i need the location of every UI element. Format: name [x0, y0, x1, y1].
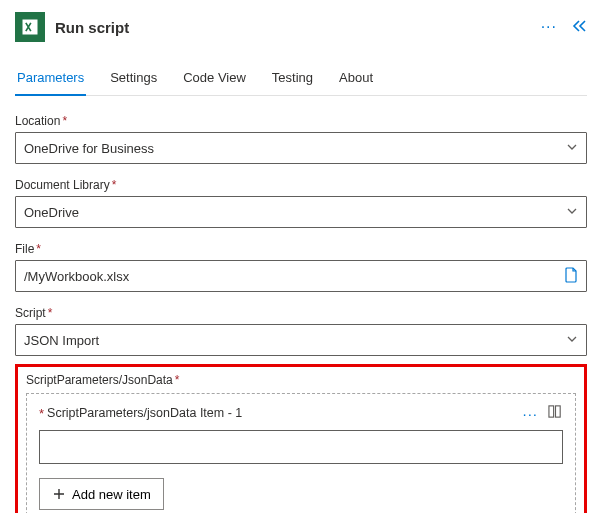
json-item-input[interactable]: [39, 430, 563, 464]
chevron-down-icon: [566, 333, 578, 348]
json-item-label: ScriptParameters/jsonData Item - 1: [47, 406, 242, 420]
location-value: OneDrive for Business: [24, 141, 566, 156]
svg-rect-2: [556, 406, 561, 417]
json-data-array-box: * ScriptParameters/jsonData Item - 1 ···…: [26, 393, 576, 513]
required-indicator: *: [39, 406, 44, 421]
script-select[interactable]: JSON Import: [15, 324, 587, 356]
chevron-down-icon: [566, 205, 578, 220]
file-label: File*: [15, 242, 587, 256]
plus-icon: [52, 487, 66, 501]
svg-rect-0: [23, 20, 38, 35]
file-picker-icon[interactable]: [564, 267, 578, 286]
tab-testing[interactable]: Testing: [270, 62, 315, 95]
document-library-select[interactable]: OneDrive: [15, 196, 587, 228]
collapse-icon[interactable]: [571, 19, 587, 36]
file-value: /MyWorkbook.xlsx: [24, 269, 558, 284]
file-input[interactable]: /MyWorkbook.xlsx: [15, 260, 587, 292]
tab-bar: Parameters Settings Code View Testing Ab…: [15, 62, 587, 96]
json-data-section: ScriptParameters/JsonData* * ScriptParam…: [15, 364, 587, 513]
script-label: Script*: [15, 306, 587, 320]
action-title: Run script: [55, 19, 129, 36]
tab-about[interactable]: About: [337, 62, 375, 95]
item-more-icon[interactable]: ···: [522, 405, 538, 422]
tab-code-view[interactable]: Code View: [181, 62, 248, 95]
location-label: Location*: [15, 114, 587, 128]
switch-array-icon[interactable]: [548, 404, 563, 422]
document-library-value: OneDrive: [24, 205, 566, 220]
json-data-label: ScriptParameters/JsonData*: [26, 373, 576, 387]
document-library-label: Document Library*: [15, 178, 587, 192]
tab-parameters[interactable]: Parameters: [15, 62, 86, 95]
svg-rect-1: [549, 406, 554, 417]
location-select[interactable]: OneDrive for Business: [15, 132, 587, 164]
chevron-down-icon: [566, 141, 578, 156]
tab-settings[interactable]: Settings: [108, 62, 159, 95]
script-value: JSON Import: [24, 333, 566, 348]
add-new-item-button[interactable]: Add new item: [39, 478, 164, 510]
more-menu-icon[interactable]: ···: [541, 18, 557, 36]
add-button-label: Add new item: [72, 487, 151, 502]
excel-app-icon: [15, 12, 45, 42]
